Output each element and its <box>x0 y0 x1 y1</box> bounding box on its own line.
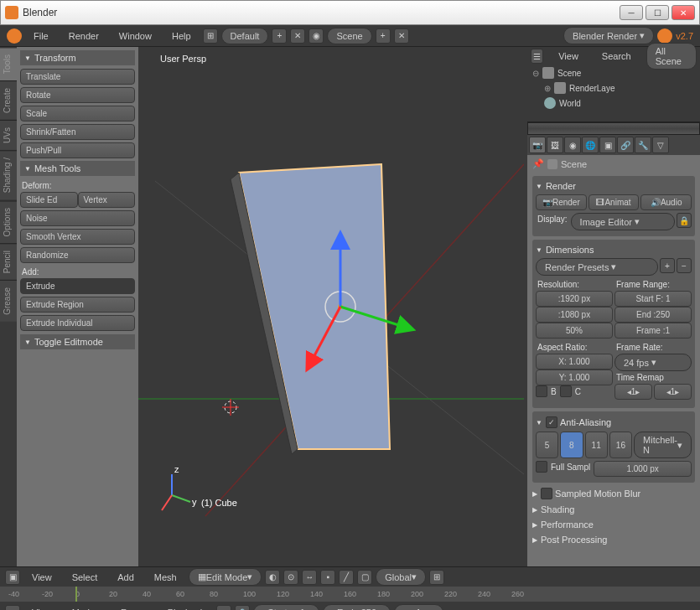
panel-divider[interactable] <box>527 122 700 135</box>
crop-checkbox[interactable] <box>560 385 572 397</box>
noise-button[interactable]: Noise <box>20 210 135 226</box>
aspect-x[interactable]: X: 1.000 <box>536 354 613 370</box>
select-menu[interactable]: Select <box>64 570 106 585</box>
audio-button[interactable]: 🔊Audio <box>640 194 692 210</box>
shading-header[interactable]: Shading <box>532 503 695 518</box>
render-section-header[interactable]: Render <box>536 179 692 194</box>
aspect-y[interactable]: Y: 1.000 <box>536 370 613 385</box>
renderer-selector[interactable]: Blender Render ▾ <box>563 27 654 44</box>
add-scene-button[interactable]: + <box>376 28 391 44</box>
tab-shading[interactable]: Shading / <box>0 150 17 199</box>
outliner-type-icon[interactable]: ☰ <box>531 49 543 64</box>
fps-selector[interactable]: 24 fps ▾ <box>614 354 692 371</box>
world-tab-icon[interactable]: 🌐 <box>582 137 599 153</box>
current-frame-field[interactable]: ◂ 1 ▸ <box>394 604 443 611</box>
editor-type-icon[interactable]: ▣ <box>5 570 20 585</box>
close-button[interactable]: ✕ <box>671 5 695 20</box>
post-header[interactable]: Post Processing <box>532 533 695 548</box>
layout-selector[interactable]: Default <box>221 28 269 44</box>
scene-tab-icon[interactable]: ◉ <box>564 137 581 153</box>
pin-icon[interactable]: 📌 <box>532 158 544 169</box>
timeline-type-icon[interactable]: ◷ <box>5 605 20 610</box>
resolution-pct[interactable]: 50% <box>536 323 613 339</box>
blender-logo-icon[interactable] <box>7 28 22 44</box>
timeline-ruler[interactable]: -40-200204060801001201401601802002202402… <box>0 587 700 602</box>
edge-select-icon[interactable]: ╱ <box>339 570 354 585</box>
orientation-selector[interactable]: Global ▾ <box>376 568 426 586</box>
shrink-fatten-button[interactable]: Shrink/Fatten <box>20 124 135 140</box>
constraint-tab-icon[interactable]: 🔗 <box>617 137 634 153</box>
remove-scene-button[interactable]: ✕ <box>394 28 409 44</box>
outliner-world[interactable]: World <box>527 96 700 111</box>
performance-header[interactable]: Performance <box>532 518 695 533</box>
mesh-menu[interactable]: Mesh <box>146 570 185 585</box>
smooth-vertex-button[interactable]: Smooth Vertex <box>20 229 135 245</box>
aa-11[interactable]: 11 <box>585 432 608 458</box>
timeline-playback[interactable]: Playback <box>159 605 214 610</box>
end-frame[interactable]: End :250 <box>614 307 692 323</box>
tab-create[interactable]: Create <box>0 80 17 120</box>
maximize-button[interactable]: ☐ <box>646 5 669 20</box>
remap-old[interactable]: ◂1▸ <box>614 384 652 400</box>
add-preset-button[interactable]: + <box>660 258 675 273</box>
render-presets[interactable]: Render Presets ▾ <box>536 258 658 276</box>
transform-header[interactable]: Transform <box>20 50 135 65</box>
face-select-icon[interactable]: ▢ <box>357 570 372 585</box>
tab-uvs[interactable]: UVs <box>0 120 17 150</box>
smb-checkbox[interactable] <box>541 488 552 499</box>
aa-filter[interactable]: Mitchell-N▾ <box>634 432 692 458</box>
smb-header[interactable]: Sampled Motion Blur <box>532 486 695 503</box>
data-tab-icon[interactable]: ▽ <box>652 137 669 153</box>
lock-range-icon[interactable]: 🔒 <box>235 605 250 610</box>
full-sample-checkbox[interactable] <box>536 461 547 473</box>
timeline-marker[interactable]: Marker <box>64 605 109 610</box>
add-menu[interactable]: Add <box>109 570 143 585</box>
outliner-renderlayer[interactable]: ⊕RenderLaye <box>527 80 700 96</box>
push-pull-button[interactable]: Push/Pull <box>20 142 135 158</box>
frame-step[interactable]: Frame :1 <box>614 323 692 339</box>
tab-pencil[interactable]: Pencil <box>0 243 17 280</box>
scale-button[interactable]: Scale <box>20 106 135 121</box>
remap-new[interactable]: ◂1▸ <box>654 384 692 400</box>
remove-layout-button[interactable]: ✕ <box>290 28 305 44</box>
pivot-icon[interactable]: ⊙ <box>283 570 298 585</box>
mode-selector[interactable]: ▦ Edit Mode ▾ <box>189 568 262 586</box>
shading-icon[interactable]: ◐ <box>265 570 280 585</box>
remove-preset-button[interactable]: − <box>677 258 692 273</box>
end-frame-field[interactable]: ◂ End: 250 ▸ <box>323 604 391 611</box>
vertex-select-icon[interactable]: ▪ <box>320 570 335 585</box>
scene-type-icon[interactable]: ◉ <box>309 28 324 44</box>
layers-icon[interactable]: ⊞ <box>429 570 444 585</box>
slide-edge-button[interactable]: Slide Ed <box>20 192 78 208</box>
aa-size[interactable]: 1.000 px <box>594 461 692 477</box>
extrude-individual-button[interactable]: Extrude Individual <box>20 315 135 331</box>
resolution-x[interactable]: :1920 px <box>536 291 613 307</box>
tab-tools[interactable]: Tools <box>0 47 17 80</box>
3d-viewport[interactable]: User Persp <box>138 47 527 566</box>
view-menu[interactable]: View <box>23 570 60 585</box>
extrude-region-button[interactable]: Extrude Region <box>20 297 135 313</box>
rotate-button[interactable]: Rotate <box>20 87 135 103</box>
aa-5[interactable]: 5 <box>536 432 558 458</box>
border-checkbox[interactable] <box>536 385 547 397</box>
animation-button[interactable]: 🎞Animat <box>589 194 640 210</box>
tab-options[interactable]: Options <box>0 200 17 243</box>
menu-render[interactable]: Render <box>60 28 107 44</box>
display-selector[interactable]: Image Editor ▾ <box>571 213 675 230</box>
vertex-button[interactable]: Vertex <box>78 192 136 208</box>
outliner-view[interactable]: View <box>550 49 587 64</box>
aa-16[interactable]: 16 <box>609 432 632 458</box>
manipulator-icon[interactable]: ↔ <box>302 570 317 585</box>
outliner-search[interactable]: Search <box>594 49 640 64</box>
aa-header[interactable]: Anti-Aliasing <box>536 415 692 432</box>
menu-window[interactable]: Window <box>111 28 160 44</box>
toggle-editmode-header[interactable]: Toggle Editmode <box>20 334 135 349</box>
timeline-view[interactable]: View <box>23 605 60 610</box>
scene-selector[interactable]: Scene <box>327 28 371 44</box>
sync-icon[interactable]: ⟳ <box>216 605 231 610</box>
timeline-frame[interactable]: Frame <box>112 605 156 610</box>
menu-help[interactable]: Help <box>163 28 200 44</box>
render-tab-icon[interactable]: 📷 <box>529 137 546 153</box>
aa-checkbox[interactable] <box>546 416 557 428</box>
playhead[interactable] <box>75 587 77 602</box>
